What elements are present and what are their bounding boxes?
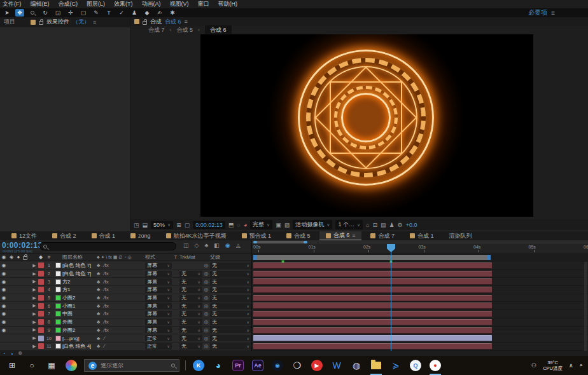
parent-select[interactable]: 无∨ bbox=[210, 271, 251, 277]
breadcrumb-item[interactable]: 合成 5 bbox=[177, 26, 193, 34]
trkmat-select[interactable]: 无∨ bbox=[179, 303, 202, 309]
menu-item[interactable]: 文件(F) bbox=[3, 0, 22, 8]
mode-select[interactable]: 屏幕∨ bbox=[145, 295, 172, 301]
puppet-pin-tool[interactable]: ✱ bbox=[168, 9, 177, 17]
layer-bar-row[interactable] bbox=[252, 294, 588, 303]
composition-panel-label[interactable]: 合成 bbox=[150, 18, 162, 26]
people-icon[interactable]: ⚇ bbox=[531, 362, 536, 369]
layer-bar-row[interactable] bbox=[252, 318, 588, 327]
expand-arrow-icon[interactable]: ▶ bbox=[32, 271, 37, 276]
work-area-bar[interactable] bbox=[253, 255, 491, 260]
tab-effect-controls[interactable]: 效果控件 bbox=[46, 18, 69, 26]
layer-switches[interactable]: ♣∕fx bbox=[94, 295, 145, 301]
pixel-aspect-icon[interactable]: ⌂ bbox=[366, 222, 369, 228]
layer-switches[interactable]: ♣∕fx bbox=[94, 279, 145, 285]
menu-item[interactable]: 效果(T) bbox=[114, 0, 133, 8]
parent-select[interactable]: 无∨ bbox=[210, 303, 251, 309]
expand-arrow-icon[interactable]: ▶ bbox=[32, 336, 37, 341]
layer-swatch[interactable] bbox=[55, 311, 61, 317]
layer-bar-row[interactable] bbox=[252, 334, 588, 343]
hand-tool[interactable]: ✥ bbox=[15, 9, 24, 17]
grid-options-icon[interactable]: ⊞ bbox=[176, 222, 181, 228]
layer-row[interactable]: ◉▶5小圈2♣∕fx屏幕∨无∨◎无∨ bbox=[0, 294, 251, 303]
layer-name[interactable]: 小圈1 bbox=[62, 303, 94, 310]
wps-app-icon[interactable]: W bbox=[330, 358, 344, 372]
trkmat-select[interactable]: 无∨ bbox=[179, 287, 202, 293]
layer-swatch[interactable] bbox=[55, 295, 61, 301]
layer-bar-row[interactable] bbox=[252, 262, 588, 270]
shy-switch-icon[interactable]: ♣ bbox=[97, 287, 100, 292]
layer-row[interactable]: ◉▶9外圈2♣∕fx屏幕∨无∨◎无∨ bbox=[0, 327, 251, 335]
mode-select[interactable]: 屏幕∨ bbox=[145, 303, 172, 309]
lock-icon[interactable] bbox=[143, 21, 147, 25]
qq-browser-app-icon[interactable]: Q bbox=[409, 358, 423, 372]
parent-pickwhip-icon[interactable]: ◎ bbox=[202, 279, 210, 285]
expand-arrow-icon[interactable]: ▶ bbox=[32, 327, 37, 332]
timeline-current-time[interactable]: 0:00:02:13 bbox=[2, 241, 43, 250]
timeline-tab[interactable]: zong bbox=[124, 231, 157, 240]
camera-select[interactable]: 活动摄像机∨ bbox=[293, 220, 332, 229]
expand-arrow-icon[interactable]: ▶ bbox=[32, 320, 37, 325]
label-color-chip[interactable] bbox=[38, 279, 44, 285]
layer-duration-bar[interactable] bbox=[253, 335, 492, 341]
parent-pickwhip-icon[interactable]: ◎ bbox=[202, 295, 210, 301]
layer-swatch[interactable] bbox=[55, 287, 61, 292]
mode-select[interactable]: 屏幕∨ bbox=[145, 287, 172, 293]
parent-select[interactable]: 无∨ bbox=[210, 335, 251, 341]
mini-flowchart-icon[interactable]: ◫ bbox=[183, 242, 189, 249]
layer-switches[interactable]: ♣∕fx bbox=[94, 327, 145, 333]
label-color-chip[interactable] bbox=[38, 287, 44, 292]
layer-duration-bar[interactable] bbox=[253, 287, 492, 293]
layer-swatch[interactable] bbox=[55, 271, 61, 276]
layer-name[interactable]: [....png] bbox=[62, 336, 94, 341]
wechat-app-icon[interactable]: ❍ bbox=[290, 358, 304, 372]
mode-select[interactable]: 屏幕∨ bbox=[145, 327, 172, 333]
parent-pickwhip-icon[interactable]: ◎ bbox=[202, 319, 210, 325]
time-ruler[interactable]: 00s01s02s03s04s05s06s bbox=[252, 244, 588, 253]
layer-swatch[interactable] bbox=[55, 279, 61, 285]
workspace-menu-icon[interactable]: ≡ bbox=[551, 10, 555, 17]
parent-pickwhip-icon[interactable]: ◎ bbox=[202, 287, 210, 292]
region-of-interest-icon[interactable]: ▣ bbox=[276, 222, 281, 228]
fx-switch-icon[interactable]: ∕fx bbox=[104, 303, 109, 309]
fx-switch-icon[interactable]: ∕fx bbox=[104, 271, 109, 276]
parent-pickwhip-icon[interactable]: ◎ bbox=[202, 343, 210, 349]
timeline-vertical-scrollbar[interactable] bbox=[584, 262, 587, 351]
label-color-chip[interactable] bbox=[38, 327, 44, 333]
menu-item[interactable]: 动画(A) bbox=[142, 0, 161, 8]
visibility-eye-icon[interactable]: ◉ bbox=[0, 295, 8, 301]
fx-switch-icon[interactable]: ∕fx bbox=[104, 287, 109, 292]
selection-tool[interactable]: ➤ bbox=[3, 9, 11, 17]
layer-row[interactable]: ◉▶7中圈♣∕fx屏幕∨无∨◎无∨ bbox=[0, 310, 251, 318]
layer-duration-bar[interactable] bbox=[253, 343, 492, 350]
shy-switch-icon[interactable]: ♣ bbox=[97, 262, 100, 268]
graph-editor-icon[interactable]: ◬ bbox=[236, 242, 241, 249]
pen-tool[interactable]: ✎ bbox=[92, 9, 101, 17]
screen-recorder-app-icon[interactable]: ● bbox=[428, 358, 442, 372]
after-effects-app-icon[interactable]: Ae bbox=[251, 358, 265, 372]
parent-select[interactable]: 无∨ bbox=[210, 343, 251, 350]
label-color-chip[interactable] bbox=[38, 303, 44, 309]
text-tool[interactable]: T bbox=[104, 9, 113, 17]
shy-switch-icon[interactable]: ♣ bbox=[97, 271, 100, 276]
layer-switches[interactable]: ♣∕fx bbox=[94, 303, 145, 309]
panel-menu-icon[interactable]: ≡ bbox=[93, 19, 96, 25]
label-color-chip[interactable] bbox=[38, 311, 44, 317]
iqiyi-app-icon[interactable]: ▶ bbox=[310, 358, 324, 372]
panel-menu-icon[interactable]: ≡ bbox=[185, 18, 188, 25]
visibility-eye-icon[interactable]: ◉ bbox=[0, 271, 8, 276]
layer-row[interactable]: ◉▶4方1♣∕fx屏幕∨无∨◎无∨ bbox=[0, 286, 251, 294]
layer-duration-bar[interactable] bbox=[253, 262, 492, 269]
label-color-chip[interactable] bbox=[38, 295, 44, 301]
shy-toggle-icon[interactable]: ♣ bbox=[204, 242, 208, 249]
menu-item[interactable]: 编辑(E) bbox=[31, 0, 50, 8]
layer-bar-row[interactable] bbox=[252, 302, 588, 310]
timeline-tab[interactable]: 合成 1 bbox=[85, 231, 122, 240]
visibility-eye-icon[interactable]: ◉ bbox=[0, 311, 8, 317]
timeline-tab[interactable]: 合成 6≡ bbox=[319, 231, 362, 240]
zoom-tool[interactable] bbox=[28, 9, 37, 17]
expand-arrow-icon[interactable]: ▶ bbox=[32, 287, 37, 292]
trkmat-select[interactable]: 无∨ bbox=[179, 343, 202, 350]
mask-visibility-icon[interactable]: ▢ bbox=[185, 222, 190, 228]
task-view-button-icon[interactable]: ▦ bbox=[45, 358, 59, 372]
